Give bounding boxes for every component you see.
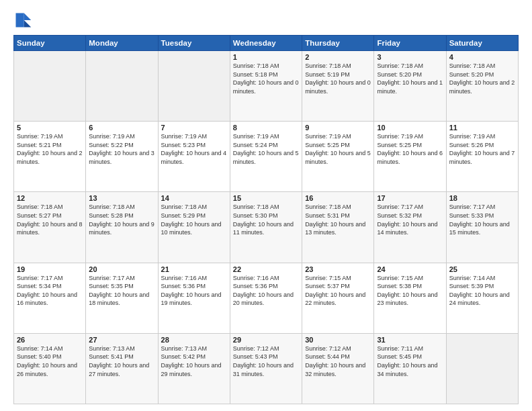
day-info: Sunrise: 7:19 AMSunset: 5:25 PMDaylight:… — [377, 132, 443, 166]
svg-marker-1 — [24, 20, 32, 28]
calendar-cell: 31Sunrise: 7:11 AMSunset: 5:45 PMDayligh… — [374, 333, 446, 404]
calendar-cell: 8Sunrise: 7:19 AMSunset: 5:24 PMDaylight… — [230, 122, 302, 192]
day-info: Sunrise: 7:14 AMSunset: 5:39 PMDaylight:… — [449, 274, 515, 308]
day-info: Sunrise: 7:17 AMSunset: 5:32 PMDaylight:… — [377, 203, 443, 236]
day-info: Sunrise: 7:18 AMSunset: 5:31 PMDaylight:… — [305, 203, 371, 236]
weekday-header: Wednesday — [230, 36, 302, 51]
day-info: Sunrise: 7:12 AMSunset: 5:43 PMDaylight:… — [233, 345, 299, 378]
day-info: Sunrise: 7:18 AMSunset: 5:18 PMDaylight:… — [233, 62, 299, 95]
day-info: Sunrise: 7:19 AMSunset: 5:26 PMDaylight:… — [449, 132, 515, 166]
calendar-week-row: 5Sunrise: 7:19 AMSunset: 5:21 PMDaylight… — [14, 122, 519, 192]
day-info: Sunrise: 7:18 AMSunset: 5:19 PMDaylight:… — [305, 62, 371, 95]
calendar-cell: 4Sunrise: 7:18 AMSunset: 5:20 PMDaylight… — [446, 51, 518, 122]
calendar-cell: 22Sunrise: 7:16 AMSunset: 5:36 PMDayligh… — [230, 263, 302, 333]
calendar-cell: 27Sunrise: 7:13 AMSunset: 5:41 PMDayligh… — [86, 333, 158, 404]
day-info: Sunrise: 7:17 AMSunset: 5:35 PMDaylight:… — [89, 274, 154, 308]
day-number: 14 — [161, 194, 227, 202]
day-number: 23 — [305, 265, 371, 273]
calendar-cell: 3Sunrise: 7:18 AMSunset: 5:20 PMDaylight… — [374, 51, 446, 122]
day-number: 20 — [89, 265, 154, 273]
day-number: 31 — [377, 336, 443, 344]
calendar-week-row: 1Sunrise: 7:18 AMSunset: 5:18 PMDaylight… — [14, 51, 519, 122]
day-info: Sunrise: 7:18 AMSunset: 5:29 PMDaylight:… — [161, 203, 227, 236]
header — [13, 11, 519, 30]
day-info: Sunrise: 7:17 AMSunset: 5:34 PMDaylight:… — [17, 274, 83, 308]
day-info: Sunrise: 7:18 AMSunset: 5:28 PMDaylight:… — [89, 203, 154, 236]
logo — [13, 11, 35, 30]
svg-rect-2 — [16, 13, 24, 28]
day-number: 16 — [305, 194, 371, 202]
day-number: 2 — [305, 53, 371, 61]
weekday-header: Friday — [374, 36, 446, 51]
day-info: Sunrise: 7:19 AMSunset: 5:22 PMDaylight:… — [89, 132, 154, 166]
weekday-header: Tuesday — [158, 36, 230, 51]
logo-icon — [13, 11, 32, 30]
weekday-header: Monday — [86, 36, 158, 51]
day-info: Sunrise: 7:12 AMSunset: 5:44 PMDaylight:… — [305, 345, 371, 378]
day-number: 27 — [89, 336, 154, 344]
calendar-cell: 26Sunrise: 7:14 AMSunset: 5:40 PMDayligh… — [14, 333, 86, 404]
day-info: Sunrise: 7:16 AMSunset: 5:36 PMDaylight:… — [233, 274, 299, 308]
day-info: Sunrise: 7:18 AMSunset: 5:30 PMDaylight:… — [233, 203, 299, 236]
day-info: Sunrise: 7:14 AMSunset: 5:40 PMDaylight:… — [17, 345, 83, 378]
calendar-cell: 21Sunrise: 7:16 AMSunset: 5:36 PMDayligh… — [158, 263, 230, 333]
day-number: 29 — [233, 336, 299, 344]
day-info: Sunrise: 7:18 AMSunset: 5:27 PMDaylight:… — [17, 203, 83, 236]
day-number: 12 — [17, 194, 83, 202]
calendar-cell — [158, 51, 230, 122]
day-number: 1 — [233, 53, 299, 61]
calendar-cell: 29Sunrise: 7:12 AMSunset: 5:43 PMDayligh… — [230, 333, 302, 404]
calendar-cell: 2Sunrise: 7:18 AMSunset: 5:19 PMDaylight… — [302, 51, 374, 122]
calendar-cell: 1Sunrise: 7:18 AMSunset: 5:18 PMDaylight… — [230, 51, 302, 122]
weekday-header: Saturday — [446, 36, 518, 51]
calendar-cell: 15Sunrise: 7:18 AMSunset: 5:30 PMDayligh… — [230, 192, 302, 263]
calendar-cell — [446, 333, 518, 404]
day-number: 21 — [161, 265, 227, 273]
day-number: 17 — [377, 194, 443, 202]
day-info: Sunrise: 7:18 AMSunset: 5:20 PMDaylight:… — [377, 62, 443, 95]
calendar-cell: 23Sunrise: 7:15 AMSunset: 5:37 PMDayligh… — [302, 263, 374, 333]
day-number: 5 — [17, 124, 83, 132]
day-number: 22 — [233, 265, 299, 273]
weekday-header: Thursday — [302, 36, 374, 51]
calendar-cell: 6Sunrise: 7:19 AMSunset: 5:22 PMDaylight… — [86, 122, 158, 192]
calendar-cell: 30Sunrise: 7:12 AMSunset: 5:44 PMDayligh… — [302, 333, 374, 404]
weekday-header: Sunday — [14, 36, 86, 51]
weekday-header-row: SundayMondayTuesdayWednesdayThursdayFrid… — [14, 36, 519, 51]
calendar-cell: 17Sunrise: 7:17 AMSunset: 5:32 PMDayligh… — [374, 192, 446, 263]
calendar-cell: 12Sunrise: 7:18 AMSunset: 5:27 PMDayligh… — [14, 192, 86, 263]
calendar-cell: 20Sunrise: 7:17 AMSunset: 5:35 PMDayligh… — [86, 263, 158, 333]
day-number: 26 — [17, 336, 83, 344]
day-number: 30 — [305, 336, 371, 344]
svg-marker-0 — [24, 13, 32, 21]
calendar-cell: 10Sunrise: 7:19 AMSunset: 5:25 PMDayligh… — [374, 122, 446, 192]
day-info: Sunrise: 7:13 AMSunset: 5:41 PMDaylight:… — [89, 345, 154, 378]
day-info: Sunrise: 7:13 AMSunset: 5:42 PMDaylight:… — [161, 345, 227, 378]
day-number: 10 — [377, 124, 443, 132]
day-number: 8 — [233, 124, 299, 132]
calendar-cell: 24Sunrise: 7:15 AMSunset: 5:38 PMDayligh… — [374, 263, 446, 333]
day-number: 15 — [233, 194, 299, 202]
calendar-table: SundayMondayTuesdayWednesdayThursdayFrid… — [13, 35, 519, 404]
day-info: Sunrise: 7:19 AMSunset: 5:21 PMDaylight:… — [17, 132, 83, 166]
day-info: Sunrise: 7:17 AMSunset: 5:33 PMDaylight:… — [449, 203, 515, 236]
calendar-cell: 18Sunrise: 7:17 AMSunset: 5:33 PMDayligh… — [446, 192, 518, 263]
day-number: 11 — [449, 124, 515, 132]
calendar-cell: 11Sunrise: 7:19 AMSunset: 5:26 PMDayligh… — [446, 122, 518, 192]
calendar-cell: 28Sunrise: 7:13 AMSunset: 5:42 PMDayligh… — [158, 333, 230, 404]
day-number: 13 — [89, 194, 154, 202]
day-info: Sunrise: 7:19 AMSunset: 5:24 PMDaylight:… — [233, 132, 299, 166]
calendar-week-row: 26Sunrise: 7:14 AMSunset: 5:40 PMDayligh… — [14, 333, 519, 404]
calendar-cell: 14Sunrise: 7:18 AMSunset: 5:29 PMDayligh… — [158, 192, 230, 263]
day-info: Sunrise: 7:18 AMSunset: 5:20 PMDaylight:… — [449, 62, 515, 95]
day-number: 28 — [161, 336, 227, 344]
calendar-week-row: 19Sunrise: 7:17 AMSunset: 5:34 PMDayligh… — [14, 263, 519, 333]
day-info: Sunrise: 7:15 AMSunset: 5:38 PMDaylight:… — [377, 274, 443, 308]
day-number: 7 — [161, 124, 227, 132]
calendar-cell — [14, 51, 86, 122]
day-number: 24 — [377, 265, 443, 273]
calendar-cell: 7Sunrise: 7:19 AMSunset: 5:23 PMDaylight… — [158, 122, 230, 192]
day-number: 19 — [17, 265, 83, 273]
calendar-cell: 16Sunrise: 7:18 AMSunset: 5:31 PMDayligh… — [302, 192, 374, 263]
day-number: 6 — [89, 124, 154, 132]
